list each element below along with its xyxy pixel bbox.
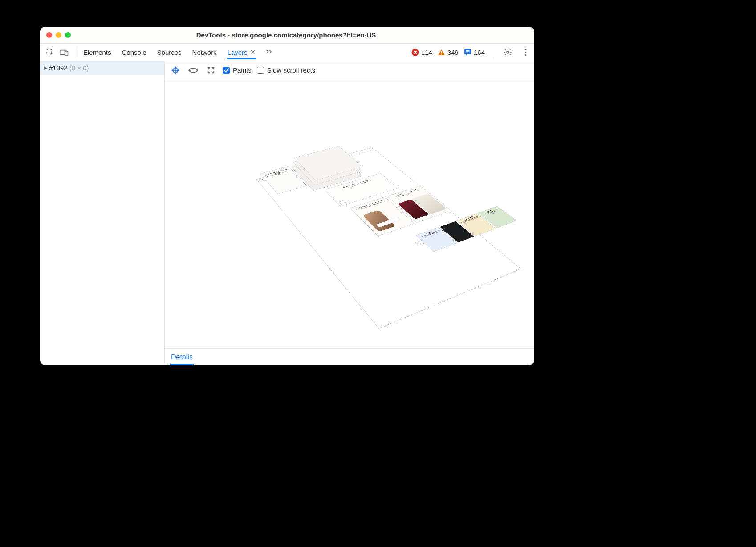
toolbar-status: 114 349 164 [411,46,532,59]
layers-drawer-tabs: Details [165,348,534,365]
layers-3d-viewport[interactable]: Extraordinary camera. Effortless editing… [165,79,534,348]
pan-icon[interactable] [169,64,182,77]
layer-dim: (0 × 0) [69,64,89,72]
card-heading: Extraordinary camera. Effortless editing… [264,168,290,177]
info-count: 164 [474,49,485,56]
checkbox-icon [257,67,264,74]
svg-point-11 [189,68,197,72]
warning-counter[interactable]: 349 [438,49,459,56]
svg-point-7 [506,51,508,53]
svg-rect-5 [441,54,442,55]
svg-rect-4 [441,51,442,53]
layer-id: #1392 [49,64,68,72]
tab-network[interactable]: Network [191,46,218,59]
zoom-window-button[interactable] [65,32,71,38]
warning-count: 349 [447,49,459,56]
svg-rect-2 [65,51,68,55]
paints-label: Paints [233,66,252,74]
paints-checkbox[interactable]: Paints [223,66,252,74]
reset-view-icon[interactable] [205,64,217,77]
layers-tree-row[interactable]: ▶ #1392 (0 × 0) [40,61,164,75]
separator [493,47,493,58]
slow-scroll-label: Slow scroll rects [267,66,315,74]
tab-elements[interactable]: Elements [82,46,112,59]
tab-console[interactable]: Console [121,46,147,59]
layers-view-toolbar: Paints Slow scroll rects [165,61,534,79]
svg-point-9 [524,52,526,53]
panel-body: ▶ #1392 (0 × 0) Paints [40,61,534,365]
tab-details[interactable]: Details [170,351,194,365]
separator [75,47,75,58]
window-title: DevTools - store.google.com/category/pho… [71,31,501,39]
rotate-icon[interactable] [187,64,199,77]
panel-tabs: Elements Console Sources Network Layers … [80,46,272,59]
devtools-window: DevTools - store.google.com/category/pho… [40,27,534,365]
slow-scroll-checkbox[interactable]: Slow scroll rects [257,66,315,74]
device-toolbar-icon[interactable] [58,46,70,59]
inspect-element-icon[interactable] [44,46,56,59]
layers-tree[interactable]: ▶ #1392 (0 × 0) [40,61,165,365]
window-controls [46,32,71,38]
warning-icon [438,49,445,56]
tab-sources[interactable]: Sources [156,46,183,59]
gear-icon[interactable] [501,46,514,59]
svg-point-8 [524,49,526,50]
error-icon [411,49,419,56]
close-window-button[interactable] [46,32,52,38]
minimize-window-button[interactable] [56,32,61,38]
tab-layers-label: Layers [228,49,248,56]
checkbox-icon [223,67,230,74]
error-count: 114 [421,49,432,56]
error-counter[interactable]: 114 [411,49,432,56]
tab-layers[interactable]: Layers ✕ [227,46,256,59]
titlebar: DevTools - store.google.com/category/pho… [40,27,534,44]
expand-icon[interactable]: ▶ [44,65,47,71]
info-counter[interactable]: 164 [464,49,485,56]
kebab-icon[interactable] [519,46,532,59]
main-toolbar: Elements Console Sources Network Layers … [40,44,534,61]
close-icon[interactable]: ✕ [250,49,256,56]
issues-icon [464,49,471,56]
more-tabs-icon[interactable] [265,49,272,56]
svg-point-10 [524,54,526,56]
layers-main: Paints Slow scroll rects [165,61,534,365]
